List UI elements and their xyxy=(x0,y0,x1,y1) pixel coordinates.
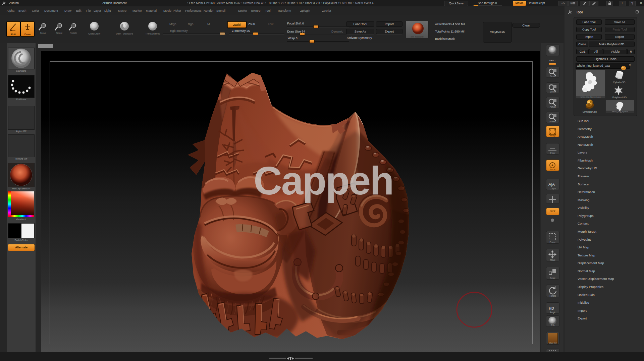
svg-text:A|A: A|A xyxy=(548,182,555,187)
svg-text:HD: HD xyxy=(549,306,554,310)
